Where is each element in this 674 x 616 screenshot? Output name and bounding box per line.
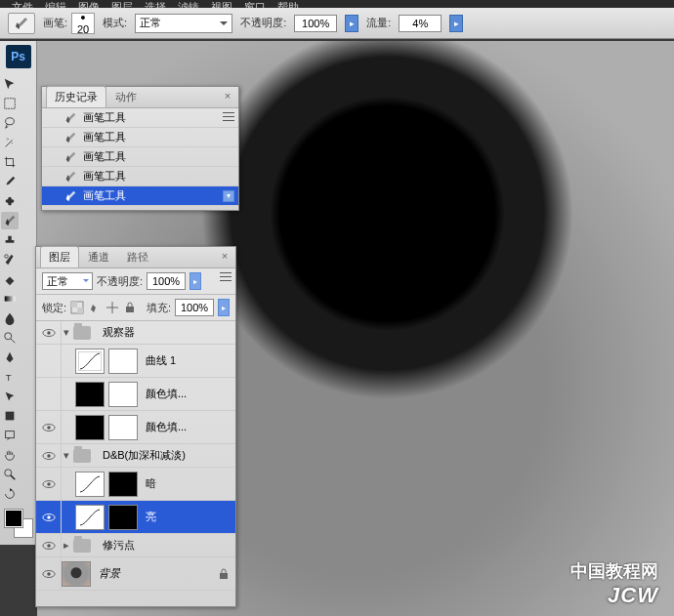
history-brush-tool[interactable] [1,251,19,268]
menu-image[interactable]: 图像 [74,0,104,8]
eyedropper-tool[interactable] [1,173,19,190]
close-icon[interactable]: × [221,89,234,103]
layers-lock-row: 锁定: 填充: 100% [36,295,235,321]
dodge-tool[interactable] [1,329,19,347]
svg-rect-13 [77,308,83,313]
watermark-text-1: 中国教程网 [570,559,658,583]
brush-icon [14,16,29,31]
layer-colorfill-1[interactable]: 颜色填... [36,378,235,411]
layer-background[interactable]: 背景 [36,557,235,591]
visibility-toggle[interactable] [36,345,62,377]
stamp-tool[interactable] [1,231,19,249]
history-item[interactable]: 画笔工具 [42,128,238,147]
tab-paths[interactable]: 路径 [118,246,157,267]
layer-group-observer[interactable]: ▾ 观察器 [36,321,235,345]
lock-icon [218,568,230,580]
visibility-toggle[interactable] [36,534,62,556]
folder-icon [73,449,91,463]
layer-dark[interactable]: 暗 [36,468,235,501]
zoom-tool[interactable] [1,466,19,483]
menu-edit[interactable]: 编辑 [41,0,70,8]
layer-group-db[interactable]: ▾ D&B(加深和减淡) [36,444,235,468]
blend-mode-select[interactable]: 正常 [135,14,232,33]
layer-name: 颜色填... [146,420,230,434]
color-swatches[interactable] [5,510,32,537]
eraser-tool[interactable] [1,270,19,288]
tab-channels[interactable]: 通道 [79,246,118,267]
visibility-toggle[interactable] [36,378,62,410]
foreground-color[interactable] [5,510,22,527]
path-select-tool[interactable] [1,388,19,405]
visibility-toggle[interactable] [36,468,62,500]
gradient-tool[interactable] [1,290,19,308]
visibility-toggle[interactable] [36,557,62,590]
hand-tool[interactable] [1,446,19,464]
fill-label: 填充: [147,301,171,315]
history-item[interactable]: 画笔工具 [42,147,238,167]
layer-fill-arrow[interactable] [218,299,230,316]
layer-colorfill-2[interactable]: 颜色填... [36,411,235,444]
menu-view[interactable]: 视图 [207,0,236,8]
lock-position-icon[interactable] [105,301,119,314]
history-item[interactable]: 画笔工具 ▾ [42,186,238,206]
disclosure-icon[interactable]: ▾ [62,451,71,461]
wand-tool[interactable] [1,134,19,151]
lasso-tool[interactable] [1,114,19,132]
flow-slider-arrow[interactable] [449,15,463,32]
marquee-tool[interactable] [1,95,19,112]
healing-tool[interactable] [1,192,19,210]
brush-icon [63,131,77,144]
crop-tool[interactable] [1,153,19,171]
blur-tool[interactable] [1,309,19,327]
close-icon[interactable]: × [218,249,232,263]
layer-name: 曲线 1 [146,353,230,368]
brush-label: 画笔: [43,16,67,30]
tab-actions[interactable]: 动作 [106,86,146,107]
layer-name: 背景 [99,566,218,581]
chevron-down-icon[interactable]: ▾ [223,190,234,202]
tab-history[interactable]: 历史记录 [46,86,106,107]
layer-blend-select[interactable]: 正常 [42,272,93,290]
visibility-toggle[interactable] [36,321,62,344]
type-tool[interactable]: T [1,368,19,386]
layer-opacity-input[interactable]: 100% [147,272,186,290]
pen-tool[interactable] [1,349,19,366]
lock-all-icon[interactable] [123,301,137,314]
toolbar: Ps T [0,41,37,545]
notes-tool[interactable] [1,427,19,444]
opacity-slider-arrow[interactable] [345,15,358,32]
menu-file[interactable]: 文件 [8,0,37,8]
menu-layer[interactable]: 图层 [107,0,137,8]
shape-tool[interactable] [1,407,19,425]
brush-tool[interactable] [1,212,19,229]
layer-opacity-label: 不透明度: [97,274,143,289]
rotate-tool[interactable] [1,485,19,503]
tool-preset-picker[interactable] [8,13,35,34]
options-bar: 画笔: 20 模式: 正常 不透明度: 100% 流量: 4% [0,8,674,39]
visibility-toggle[interactable] [36,501,62,533]
panel-menu-icon[interactable] [220,270,232,282]
menu-help[interactable]: 帮助 [274,0,303,8]
opacity-input[interactable]: 100% [294,15,337,32]
menu-select[interactable]: 选择 [141,0,170,8]
panel-menu-icon[interactable] [223,110,234,122]
history-item[interactable]: 画笔工具 [42,167,238,186]
menu-window[interactable]: 窗口 [240,0,270,8]
history-item[interactable]: 画笔工具 [42,108,238,128]
visibility-toggle[interactable] [36,444,62,467]
lock-pixels-icon[interactable] [88,301,102,314]
layer-fill-input[interactable]: 100% [175,299,214,316]
layer-curves-1[interactable]: 曲线 1 [36,345,235,378]
move-tool[interactable] [1,75,19,93]
flow-input[interactable]: 4% [399,15,442,32]
brush-size-picker[interactable]: 20 [71,13,95,34]
layer-group-spots[interactable]: ▸ 修污点 [36,534,235,557]
tab-layers[interactable]: 图层 [40,246,79,267]
layer-light[interactable]: 亮 [36,501,235,534]
layer-opacity-arrow[interactable] [190,272,201,290]
lock-transparent-icon[interactable] [70,301,84,314]
menu-filter[interactable]: 滤镜 [174,0,203,8]
disclosure-icon[interactable]: ▸ [62,541,71,551]
disclosure-icon[interactable]: ▾ [62,328,71,338]
visibility-toggle[interactable] [36,411,62,443]
